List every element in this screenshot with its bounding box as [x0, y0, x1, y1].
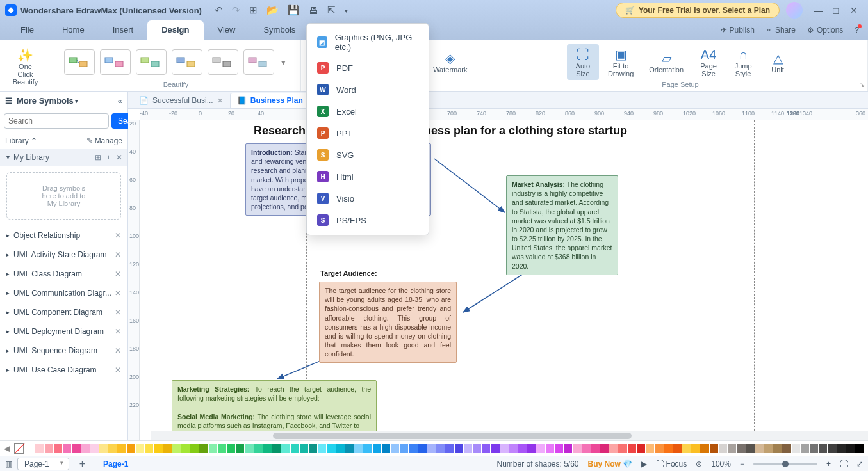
color-swatch[interactable]: [35, 444, 44, 453]
library-label[interactable]: Library ⌃: [5, 136, 37, 145]
color-swatch[interactable]: [700, 444, 708, 453]
jump-style-button[interactable]: ∩Jump Style: [727, 44, 759, 80]
theme-swatch-3[interactable]: [136, 49, 167, 75]
burger-icon[interactable]: ☰: [5, 96, 13, 106]
library-category-item[interactable]: ▸UML Deployment Diagram✕: [0, 322, 127, 341]
color-swatch[interactable]: [509, 444, 518, 453]
color-swatch[interactable]: [655, 444, 663, 453]
color-swatch[interactable]: [782, 444, 790, 453]
color-swatch[interactable]: [26, 444, 35, 453]
close-library-icon[interactable]: ✕: [116, 153, 122, 162]
export-visio-item[interactable]: VVisio: [307, 188, 429, 209]
color-swatch[interactable]: [500, 444, 509, 453]
symbol-dropzone[interactable]: Drag symbols here to add to My Library: [6, 172, 121, 220]
options-button[interactable]: ⚙ Options: [807, 26, 843, 35]
color-swatch[interactable]: [546, 444, 554, 453]
close-category-icon[interactable]: ✕: [115, 231, 121, 240]
theme-swatch-5[interactable]: [208, 49, 238, 75]
color-swatch[interactable]: [673, 444, 682, 453]
color-swatch[interactable]: [764, 444, 773, 453]
color-swatch[interactable]: [254, 444, 263, 453]
add-symbol-icon[interactable]: +: [106, 153, 111, 162]
color-swatch[interactable]: [445, 444, 454, 453]
theme-swatch-1[interactable]: [64, 49, 95, 75]
theme-swatch-6[interactable]: [243, 49, 274, 75]
export-ppt-item[interactable]: PPPT: [307, 122, 429, 144]
color-swatch[interactable]: [773, 444, 782, 453]
color-swatch[interactable]: [646, 444, 654, 453]
color-swatch[interactable]: [263, 444, 272, 453]
zoom-slider[interactable]: [753, 463, 817, 465]
buy-now-link[interactable]: Buy Now 💎: [588, 459, 633, 468]
library-category-item[interactable]: ▸Object Relationship✕: [0, 226, 127, 245]
color-swatch[interactable]: [737, 444, 745, 453]
library-category-item[interactable]: ▸UML Class Diagram✕: [0, 264, 127, 283]
color-swatch[interactable]: [272, 444, 281, 453]
color-swatch[interactable]: [527, 444, 536, 453]
one-click-beautify-button[interactable]: ✨One Click Beautify: [6, 45, 45, 88]
color-swatch[interactable]: [819, 444, 827, 453]
orientation-button[interactable]: ▱Orientation: [643, 48, 690, 76]
close-category-icon[interactable]: ✕: [115, 289, 121, 298]
theme-swatch-2[interactable]: [100, 49, 131, 75]
color-swatch[interactable]: [746, 444, 755, 453]
unit-button[interactable]: △Unit: [762, 48, 794, 76]
palette-prev-icon[interactable]: ◀: [4, 443, 10, 453]
color-swatch[interactable]: [682, 444, 691, 453]
color-swatch[interactable]: [81, 444, 90, 453]
color-swatch[interactable]: [218, 444, 226, 453]
color-swatch[interactable]: [163, 444, 172, 453]
menu-design[interactable]: Design: [147, 20, 203, 40]
color-swatch[interactable]: [719, 444, 727, 453]
color-swatch[interactable]: [427, 444, 436, 453]
color-swatch[interactable]: [291, 444, 299, 453]
page-selector[interactable]: Page-1: [17, 458, 69, 470]
color-swatch[interactable]: [108, 444, 117, 453]
menu-home[interactable]: Home: [48, 20, 99, 40]
color-swatch[interactable]: [363, 444, 372, 453]
color-swatch[interactable]: [855, 444, 864, 453]
color-swatch[interactable]: [436, 444, 445, 453]
doc-tab-1[interactable]: 📄 Successful Busi... ✕: [132, 93, 230, 108]
theme-swatch-4[interactable]: [172, 49, 202, 75]
watermark-button[interactable]: ◈Watermark: [427, 48, 473, 76]
add-page-button[interactable]: +: [73, 458, 92, 470]
open-icon[interactable]: 📂: [266, 4, 279, 16]
my-library-label[interactable]: My Library: [13, 153, 49, 162]
color-swatch[interactable]: [391, 444, 399, 453]
horizontal-scrollbar[interactable]: [151, 431, 868, 440]
color-swatch[interactable]: [227, 444, 235, 453]
close-button[interactable]: ✕: [845, 5, 863, 15]
color-swatch[interactable]: [117, 444, 126, 453]
color-swatch[interactable]: [637, 444, 645, 453]
user-avatar[interactable]: [786, 2, 803, 19]
color-swatch[interactable]: [691, 444, 700, 453]
zoom-out-button[interactable]: −: [740, 459, 744, 468]
node-market-analysis[interactable]: Market Analysis: The clothing industry i…: [506, 175, 618, 275]
library-category-item[interactable]: ▸UML Activity State Diagram✕: [0, 245, 127, 264]
fit-drawing-button[interactable]: ▣Fit to Drawing: [602, 44, 640, 80]
library-category-item[interactable]: ▸UML Component Diagram✕: [0, 303, 127, 322]
color-swatch[interactable]: [172, 444, 181, 453]
close-category-icon[interactable]: ✕: [115, 365, 121, 374]
export-icon[interactable]: ⇱: [327, 4, 336, 16]
symbol-search-input[interactable]: [4, 113, 109, 129]
presentation-icon[interactable]: ▶: [641, 459, 647, 468]
qat-more-icon[interactable]: ▾: [345, 7, 348, 14]
color-swatch[interactable]: [327, 444, 335, 453]
close-category-icon[interactable]: ✕: [115, 308, 121, 317]
color-swatch[interactable]: [564, 444, 572, 453]
doc-tab-2[interactable]: 📘 Business Plan: [230, 93, 310, 108]
color-swatch[interactable]: [591, 444, 600, 453]
color-swatch[interactable]: [300, 444, 308, 453]
color-swatch[interactable]: [382, 444, 390, 453]
color-swatch[interactable]: [245, 444, 253, 453]
page-size-button[interactable]: A4Page Size: [692, 44, 725, 80]
theme-more-icon[interactable]: ▾: [278, 58, 290, 67]
color-swatch[interactable]: [400, 444, 408, 453]
chevron-down-icon[interactable]: ▼: [5, 154, 11, 161]
export-word-item[interactable]: WWord: [307, 79, 429, 100]
color-swatch[interactable]: [373, 444, 381, 453]
new-library-icon[interactable]: ⊞: [95, 153, 101, 162]
color-swatch[interactable]: [336, 444, 345, 453]
